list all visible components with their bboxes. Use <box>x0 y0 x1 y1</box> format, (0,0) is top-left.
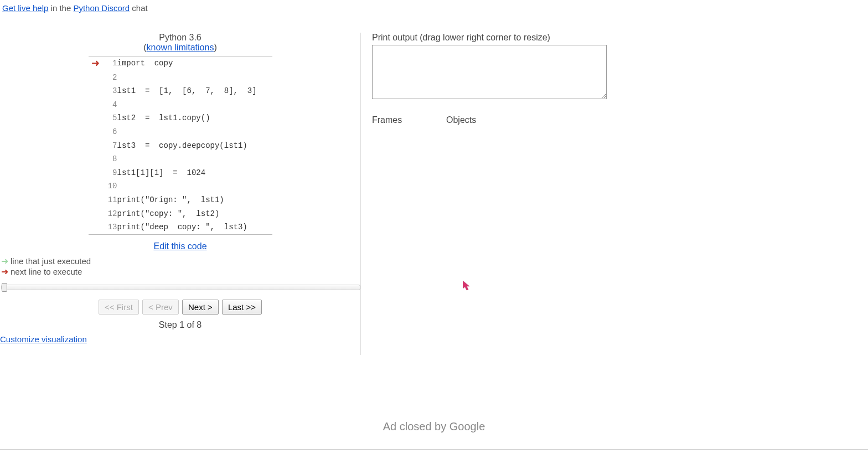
code-line: lst2 = lst1.copy() <box>117 111 272 125</box>
frames-heading: Frames <box>372 115 446 125</box>
line-number: 11 <box>103 193 117 207</box>
execution-arrow-cell <box>89 152 103 166</box>
line-number: 7 <box>103 139 117 153</box>
execution-arrow-cell <box>89 125 103 139</box>
execution-arrow-cell <box>89 71 103 85</box>
step-controls: << First < Prev Next > Last >> <box>0 300 360 315</box>
line-number: 9 <box>103 166 117 180</box>
execution-arrow-cell <box>89 111 103 125</box>
objects-heading: Objects <box>446 115 476 125</box>
code-line: print("Orign: ", lst1) <box>117 193 272 207</box>
language-label: Python 3.6 <box>0 33 360 43</box>
live-help-link[interactable]: Get live help <box>2 3 48 13</box>
line-number: 6 <box>103 125 117 139</box>
execution-arrow-cell <box>89 220 103 234</box>
execution-arrow-cell <box>89 98 103 112</box>
execution-arrow-cell <box>89 207 103 221</box>
code-line: print("deep copy: ", lst3) <box>117 220 272 234</box>
line-number: 1 <box>103 56 117 71</box>
banner-text-1: in the <box>48 3 73 13</box>
execution-arrow-cell <box>89 193 103 207</box>
execution-arrow-cell <box>89 139 103 153</box>
top-help-banner: Get live help in the Python Discord chat <box>0 0 868 16</box>
execution-arrow-cell: ➜ <box>89 56 103 71</box>
line-number: 8 <box>103 152 117 166</box>
code-line: lst1[1][1] = 1024 <box>117 166 272 180</box>
code-line <box>117 152 272 166</box>
edit-code-link[interactable]: Edit this code <box>153 241 206 251</box>
line-number: 13 <box>103 220 117 234</box>
google-label: Google <box>450 420 485 432</box>
arrow-red-icon: ➜ <box>1 266 8 277</box>
code-display: ➜1import copy23lst1 = [1, [6, 7, 8], 3]4… <box>89 56 272 235</box>
paren-close: ) <box>214 43 216 52</box>
code-line: import copy <box>117 56 272 71</box>
line-number: 4 <box>103 98 117 112</box>
customize-visualization-link[interactable]: Customize visualization <box>0 334 87 344</box>
code-line: lst1 = [1, [6, 7, 8], 3] <box>117 84 272 98</box>
line-number: 5 <box>103 111 117 125</box>
print-output-label: Print output (drag lower right corner to… <box>372 33 607 43</box>
arrow-legend: ➜ line that just executed ➜ next line to… <box>0 256 360 277</box>
prev-button[interactable]: < Prev <box>142 300 179 315</box>
code-line <box>117 71 272 85</box>
code-line <box>117 179 272 193</box>
code-line: print("copy: ", lst2) <box>117 207 272 221</box>
print-output-area[interactable] <box>372 45 607 99</box>
line-number: 2 <box>103 71 117 85</box>
step-label: Step 1 of 8 <box>0 320 360 330</box>
first-button[interactable]: << First <box>99 300 139 315</box>
step-slider[interactable] <box>1 285 360 290</box>
known-limitations-link[interactable]: known limitations <box>147 43 214 52</box>
line-number: 3 <box>103 84 117 98</box>
output-panel: Print output (drag lower right corner to… <box>361 33 607 355</box>
line-number: 10 <box>103 179 117 193</box>
ad-closed-text: Ad closed by <box>383 420 450 432</box>
code-line <box>117 125 272 139</box>
ad-closed-notice: Ad closed by Google <box>0 420 868 433</box>
legend-next: next line to execute <box>11 267 82 276</box>
footer-separator <box>0 449 868 450</box>
code-line <box>117 98 272 112</box>
code-panel: Python 3.6 (known limitations) ➜1import … <box>0 33 361 355</box>
code-line: lst3 = copy.deepcopy(lst1) <box>117 139 272 153</box>
banner-text-2: chat <box>130 3 148 13</box>
python-discord-link[interactable]: Python Discord <box>73 3 130 13</box>
execution-arrow-cell <box>89 166 103 180</box>
last-button[interactable]: Last >> <box>222 300 262 315</box>
execution-arrow-cell <box>89 179 103 193</box>
line-number: 12 <box>103 207 117 221</box>
next-button[interactable]: Next > <box>182 300 219 315</box>
execution-arrow-cell <box>89 84 103 98</box>
legend-executed: line that just executed <box>11 256 91 266</box>
arrow-green-icon: ➜ <box>1 256 8 266</box>
next-line-arrow-icon: ➜ <box>91 56 100 70</box>
